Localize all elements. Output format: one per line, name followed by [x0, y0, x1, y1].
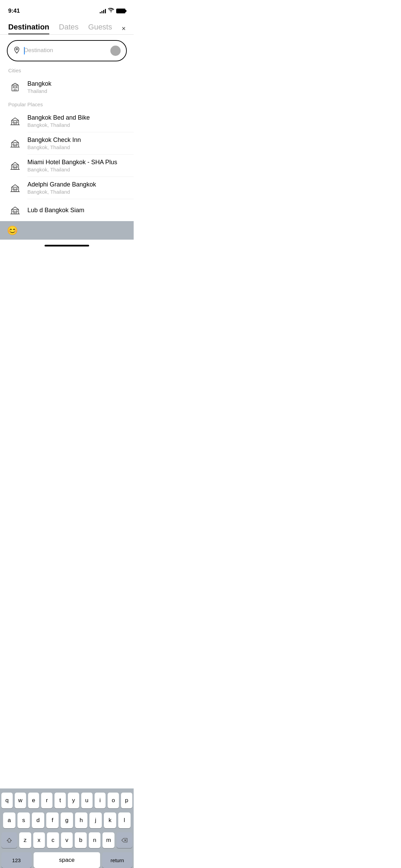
- popular-name-2: Miami Hotel Bangkok - SHA Plus: [27, 159, 117, 166]
- popular-section-label: Popular Places: [0, 99, 134, 110]
- popular-name-4: Lub d Bangkok Siam: [27, 207, 84, 214]
- emoji-area: 😊: [0, 221, 134, 240]
- svg-rect-24: [16, 211, 17, 212]
- status-time: 9:41: [8, 8, 20, 14]
- popular-info-2: Miami Hotel Bangkok - SHA Plus Bangkok, …: [27, 159, 117, 172]
- search-input[interactable]: Destination: [24, 47, 110, 55]
- svg-rect-20: [16, 189, 17, 190]
- svg-rect-9: [14, 123, 16, 125]
- popular-sub-0: Bangkok, Thailand: [27, 122, 90, 128]
- tab-bar: Destination Dates Guests ×: [0, 17, 134, 34]
- popular-info-1: Bangkok Check Inn Bangkok, Thailand: [27, 136, 81, 150]
- svg-rect-5: [14, 89, 16, 91]
- hotel-icon-4: [8, 203, 22, 217]
- svg-rect-4: [16, 86, 17, 88]
- svg-rect-8: [16, 122, 17, 123]
- hotel-icon-3: [8, 181, 22, 195]
- battery-icon: [116, 9, 125, 13]
- popular-sub-1: Bangkok, Thailand: [27, 144, 81, 150]
- city-info-bangkok: Bangkok Thailand: [27, 80, 51, 94]
- home-indicator: [0, 240, 134, 251]
- svg-point-0: [111, 11, 112, 12]
- emoji-button[interactable]: 😊: [7, 225, 18, 236]
- popular-item-3[interactable]: Adelphi Grande Bangkok Bangkok, Thailand: [0, 177, 134, 199]
- svg-rect-17: [14, 168, 16, 170]
- popular-info-3: Adelphi Grande Bangkok Bangkok, Thailand: [27, 181, 96, 195]
- svg-rect-3: [13, 86, 14, 88]
- tab-dates[interactable]: Dates: [59, 23, 78, 34]
- city-sub: Thailand: [27, 88, 51, 94]
- popular-item-1[interactable]: Bangkok Check Inn Bangkok, Thailand: [0, 132, 134, 154]
- popular-info-0: Bangkok Bed and Bike Bangkok, Thailand: [27, 114, 90, 128]
- popular-sub-2: Bangkok, Thailand: [27, 167, 117, 172]
- svg-rect-2: [12, 85, 19, 91]
- city-name: Bangkok: [27, 80, 51, 87]
- search-box[interactable]: Destination: [7, 40, 127, 61]
- home-bar: [45, 245, 89, 246]
- hotel-icon-0: [8, 114, 22, 128]
- svg-rect-23: [13, 211, 14, 212]
- popular-info-4: Lub d Bangkok Siam: [27, 207, 84, 214]
- close-button[interactable]: ×: [122, 23, 126, 34]
- svg-rect-11: [13, 144, 14, 145]
- cities-section-label: Cities: [0, 65, 134, 76]
- search-container: Destination: [0, 35, 134, 65]
- popular-item-0[interactable]: Bangkok Bed and Bike Bangkok, Thailand: [0, 110, 134, 132]
- speech-button[interactable]: [110, 46, 121, 56]
- svg-rect-7: [13, 122, 14, 123]
- popular-item-4[interactable]: Lub d Bangkok Siam: [0, 199, 134, 221]
- svg-rect-19: [13, 189, 14, 190]
- popular-places-section: Popular Places Bangkok Bed and Bike Bang…: [0, 99, 134, 221]
- popular-name-3: Adelphi Grande Bangkok: [27, 181, 96, 188]
- tab-destination[interactable]: Destination: [8, 23, 49, 34]
- hotel-icon-2: [8, 159, 22, 172]
- svg-rect-13: [14, 145, 16, 147]
- svg-rect-12: [16, 144, 17, 145]
- svg-point-1: [16, 48, 18, 50]
- svg-rect-25: [14, 212, 16, 214]
- popular-name-1: Bangkok Check Inn: [27, 136, 81, 144]
- popular-sub-3: Bangkok, Thailand: [27, 189, 96, 195]
- popular-name-0: Bangkok Bed and Bike: [27, 114, 90, 121]
- city-item-bangkok[interactable]: Bangkok Thailand: [0, 76, 134, 98]
- search-placeholder: Destination: [24, 47, 53, 54]
- wifi-icon: [108, 8, 114, 14]
- svg-rect-15: [13, 166, 14, 168]
- svg-rect-21: [14, 190, 16, 192]
- tab-guests[interactable]: Guests: [88, 23, 112, 34]
- svg-rect-16: [16, 166, 17, 168]
- status-bar: 9:41: [0, 0, 134, 17]
- hotel-icon-1: [8, 136, 22, 150]
- building-icon: [8, 80, 22, 94]
- signal-bars-icon: [100, 9, 106, 13]
- pin-icon: [13, 46, 21, 56]
- status-icons: [100, 8, 125, 14]
- popular-item-2[interactable]: Miami Hotel Bangkok - SHA Plus Bangkok, …: [0, 155, 134, 177]
